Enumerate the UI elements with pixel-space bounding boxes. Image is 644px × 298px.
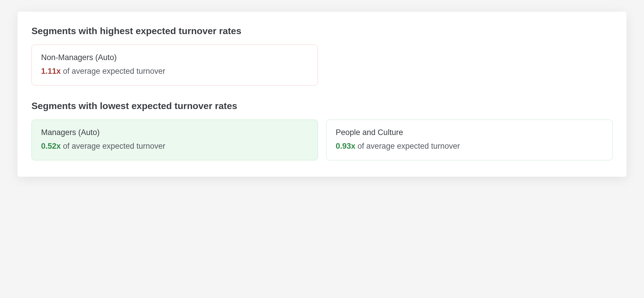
segment-name: People and Culture — [336, 128, 603, 137]
lowest-card-row: Managers (Auto) 0.52x of average expecte… — [31, 120, 613, 160]
segment-multiplier: 0.52x — [41, 142, 61, 150]
segment-multiplier: 1.11x — [41, 67, 61, 76]
segment-suffix: of average expected turnover — [356, 142, 460, 150]
segment-card-high[interactable]: Non-Managers (Auto) 1.11x of average exp… — [31, 45, 318, 85]
segment-card-low-strong[interactable]: Managers (Auto) 0.52x of average expecte… — [31, 120, 318, 160]
segment-metric: 1.11x of average expected turnover — [41, 66, 308, 76]
segment-multiplier: 0.93x — [336, 142, 356, 150]
segment-metric: 0.93x of average expected turnover — [336, 141, 603, 151]
lowest-section-title: Segments with lowest expected turnover r… — [31, 101, 613, 111]
highest-section-title: Segments with highest expected turnover … — [31, 26, 613, 36]
segment-name: Non-Managers (Auto) — [41, 53, 308, 62]
highest-card-row: Non-Managers (Auto) 1.11x of average exp… — [31, 45, 613, 85]
segment-name: Managers (Auto) — [41, 128, 308, 137]
segment-suffix: of average expected turnover — [61, 67, 166, 76]
segment-card-low-weak[interactable]: People and Culture 0.93x of average expe… — [326, 120, 613, 160]
segment-suffix: of average expected turnover — [61, 142, 166, 150]
turnover-segments-panel: Segments with highest expected turnover … — [17, 12, 627, 177]
segment-metric: 0.52x of average expected turnover — [41, 141, 308, 151]
